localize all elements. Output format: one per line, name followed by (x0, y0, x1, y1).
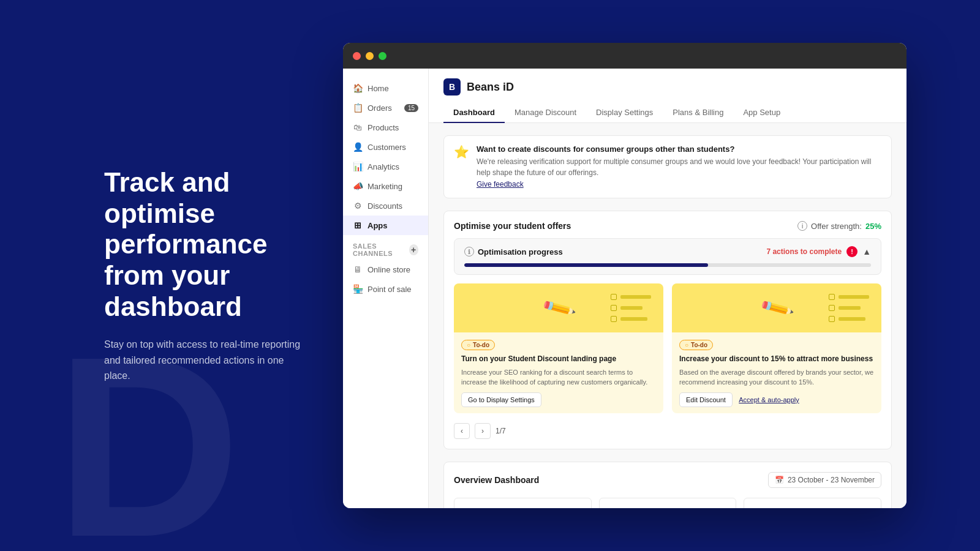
action-dot: ! (846, 246, 858, 257)
date-range-label: 23 October - 23 November (788, 476, 875, 484)
feedback-text: Want to create discounts for consumer gr… (477, 144, 881, 189)
page-indicator: 1/7 (496, 427, 506, 435)
stats-row: Unique verified users 0 Orders 0 Verifie… (454, 498, 881, 508)
pagination-row: ‹ › 1/7 (454, 421, 881, 439)
analytics-icon: 📊 (353, 162, 363, 171)
progress-bar-fill (464, 263, 708, 267)
orders-icon: 📋 (353, 103, 363, 113)
progress-actions: 7 actions to complete ! ▲ (766, 246, 871, 257)
card-lines-1 (611, 294, 651, 322)
offer-strength-pct: 25% (865, 222, 881, 231)
stat-unique-users: Unique verified users 0 (454, 498, 592, 508)
sidebar-item-apps[interactable]: ⊞ Apps (343, 216, 428, 235)
overview-header: Overview Dashboard 📅 23 October - 23 Nov… (454, 472, 881, 488)
stat-orders: Orders 0 (599, 498, 737, 508)
card-title-2: Increase your discount to 15% to attract… (679, 354, 874, 364)
sidebar-item-label: Apps (368, 221, 388, 230)
card-body-2: To-do Increase your discount to 15% to a… (672, 332, 881, 413)
marketing-icon: 📣 (353, 181, 363, 191)
sidebar-item-point-of-sale[interactable]: 🏪 Point of sale (343, 279, 428, 299)
info-circle-icon: i (797, 221, 807, 231)
card-secondary-link-2[interactable]: Accept & auto-apply (739, 396, 799, 403)
browser-dot-red (353, 52, 361, 60)
discounts-icon: ⚙ (353, 201, 363, 211)
app-logo: B (443, 78, 461, 96)
add-channel-btn[interactable]: + (409, 244, 418, 255)
sidebar-item-analytics[interactable]: 📊 Analytics (343, 157, 428, 176)
sidebar-item-label: Marketing (368, 182, 402, 191)
feedback-banner: ⭐ Want to create discounts for consumer … (443, 135, 892, 198)
progress-label: ℹ Optimisation progress (464, 247, 563, 257)
feedback-heading: Want to create discounts for consumer gr… (477, 144, 881, 154)
point-of-sale-icon: 🏪 (353, 284, 363, 294)
browser-dot-yellow (366, 52, 374, 60)
sidebar-item-online-store[interactable]: 🖥 Online store (343, 260, 428, 279)
progress-row: ℹ Optimisation progress 7 actions to com… (454, 238, 881, 275)
home-icon: 🏠 (353, 83, 363, 93)
sidebar-item-products[interactable]: 🛍 Products (343, 118, 428, 137)
card-primary-btn-1[interactable]: Go to Display Settings (461, 392, 541, 407)
todo-card-2: ✏️ To-do Increase your discount to 15% t… (672, 283, 881, 413)
sidebar-item-label: Discounts (368, 201, 402, 211)
prev-page-btn[interactable]: ‹ (454, 423, 470, 439)
stat-users-without-order: Verified users without an order 0 (744, 498, 881, 508)
next-page-btn[interactable]: › (475, 423, 491, 439)
pencil-icon-1: ✏️ (540, 290, 577, 326)
collapse-icon[interactable]: ▲ (862, 247, 871, 257)
card-primary-btn-2[interactable]: Edit Discount (679, 392, 733, 407)
tab-manage-discount[interactable]: Manage Discount (505, 103, 586, 123)
feedback-body: We're releasing verification support for… (477, 156, 881, 178)
sidebar-item-label: Orders (368, 103, 392, 113)
pencil-icon-2: ✏️ (758, 290, 795, 326)
sidebar-item-label: Customers (368, 143, 406, 152)
optimise-section: Optimise your student offers i Offer str… (443, 211, 892, 449)
products-icon: 🛍 (353, 122, 363, 132)
app-layout: 🏠 Home 📋 Orders 15 🛍 Products 👤 Customer… (343, 69, 907, 508)
date-range-btn[interactable]: 📅 23 October - 23 November (768, 472, 881, 488)
progress-bar-track (464, 263, 871, 267)
tab-app-setup[interactable]: App Setup (733, 103, 790, 123)
nav-tabs: Dashboard Manage Discount Display Settin… (443, 103, 892, 122)
tab-plans-billing[interactable]: Plans & Billing (663, 103, 733, 123)
hero-heading: Track and optimise performance from your… (104, 167, 312, 322)
card-body-1: To-do Turn on your Student Discount land… (454, 332, 663, 413)
tab-dashboard[interactable]: Dashboard (443, 103, 505, 123)
content-area: ⭐ Want to create discounts for consumer … (429, 123, 907, 508)
orders-badge: 15 (404, 104, 418, 112)
left-panel: Track and optimise performance from your… (74, 0, 343, 551)
sidebar-item-label: Home (368, 84, 389, 93)
sidebar-item-label: Point of sale (368, 285, 412, 294)
sidebar-item-label: Products (368, 123, 399, 132)
sidebar-item-customers[interactable]: 👤 Customers (343, 137, 428, 157)
offer-strength: i Offer strength: 25% (797, 221, 881, 231)
online-store-icon: 🖥 (353, 264, 363, 274)
progress-info-icon: ℹ (464, 247, 474, 257)
card-illustration-2: ✏️ (672, 283, 881, 332)
card-title-1: Turn on your Student Discount landing pa… (461, 354, 656, 364)
card-illustration-1: ✏️ (454, 283, 663, 332)
sidebar-item-marketing[interactable]: 📣 Marketing (343, 176, 428, 196)
sidebar-item-discounts[interactable]: ⚙ Discounts (343, 196, 428, 216)
hero-subtext: Stay on top with access to real-time rep… (104, 337, 312, 384)
browser-window: 🏠 Home 📋 Orders 15 🛍 Products 👤 Customer… (343, 43, 907, 508)
sidebar-item-label: Analytics (368, 162, 399, 171)
todo-badge-2: To-do (679, 340, 713, 350)
feedback-icon: ⭐ (454, 144, 469, 159)
card-lines-2 (829, 294, 869, 322)
offer-strength-label: Offer strength: (811, 222, 862, 231)
stat-orders-label: Orders (609, 507, 726, 508)
feedback-link[interactable]: Give feedback (477, 180, 524, 189)
card-body-text-2: Based on the average discount offered by… (679, 367, 874, 388)
sidebar-item-orders[interactable]: 📋 Orders 15 (343, 98, 428, 118)
todo-card-1: ✏️ To-do Turn on your Student Discount l… (454, 283, 663, 413)
progress-header: ℹ Optimisation progress 7 actions to com… (464, 246, 871, 257)
overview-title: Overview Dashboard (454, 475, 539, 485)
sidebar: 🏠 Home 📋 Orders 15 🛍 Products 👤 Customer… (343, 69, 429, 508)
browser-dot-green (379, 52, 386, 60)
apps-icon: ⊞ (353, 220, 363, 230)
card-body-text-1: Increase your SEO ranking for a discount… (461, 367, 656, 388)
todo-badge-1: To-do (461, 340, 495, 350)
calendar-icon: 📅 (775, 476, 784, 484)
sidebar-item-home[interactable]: 🏠 Home (343, 78, 428, 98)
tab-display-settings[interactable]: Display Settings (586, 103, 663, 123)
